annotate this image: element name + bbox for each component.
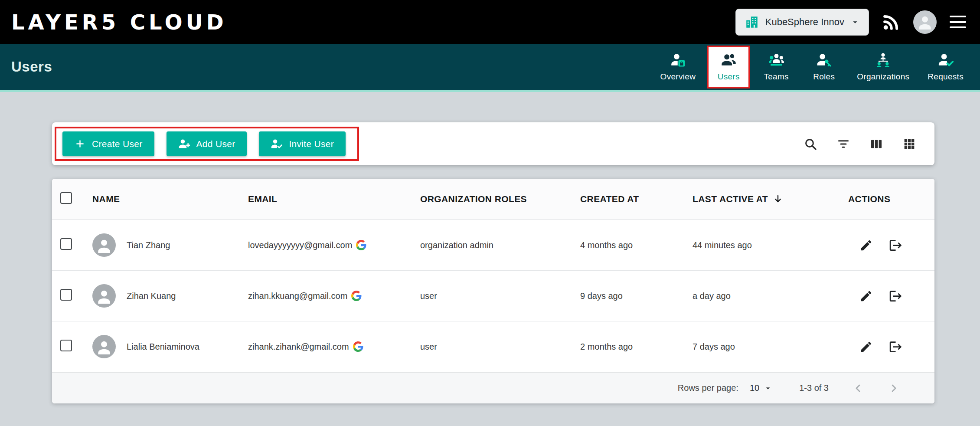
toolbar: Create User Add User Invite User [52,122,934,165]
menu-icon [950,16,966,18]
row-checkbox[interactable] [60,289,72,301]
google-icon [351,291,362,301]
add-user-button[interactable]: Add User [167,131,247,156]
building-icon [745,15,759,29]
filter-icon [836,137,850,151]
table-footer: Rows per page: 10 1-3 of 3 [52,372,934,403]
caret-down-icon [850,17,860,27]
row-avatar [92,335,116,358]
user-created-at: 4 months ago [580,240,693,250]
column-header-email[interactable]: EMAIL [248,194,420,204]
remove-user-button[interactable] [889,340,903,354]
page-title: Users [11,59,52,75]
edit-user-button[interactable] [859,289,873,303]
table-row: Tian Zhang lovedayyyyyyy@gmail.com organ… [52,220,934,271]
user-org-roles: user [420,291,580,301]
avatar-person-icon [95,339,113,357]
column-header-name[interactable]: NAME [92,194,248,204]
rss-icon [882,13,900,31]
avatar-person-icon [916,14,934,32]
user-email: lovedayyyyyyy@gmail.com [248,240,352,250]
rss-feed-button[interactable] [882,13,900,31]
user-name: Tian Zhang [127,240,170,250]
columns-button[interactable] [869,137,883,151]
logout-icon [889,289,903,303]
remove-user-button[interactable] [889,238,903,252]
tab-organizations[interactable]: Organizations [850,44,916,90]
logout-icon [889,238,903,252]
column-header-created-at[interactable]: CREATED AT [580,194,693,204]
person-plus-icon [178,138,190,150]
user-name: Zihan Kuang [127,291,176,301]
user-last-active-at: 7 days ago [693,342,848,352]
avatar-person-icon [95,238,113,255]
rows-per-page-select[interactable]: 10 [750,383,772,393]
next-page-button[interactable] [888,382,900,394]
rows-per-page-label: Rows per page: [678,383,738,393]
user-org-roles: organization admin [420,240,580,250]
org-selector[interactable]: KubeSphere Innov [735,9,869,36]
avatar-person-icon [95,288,113,306]
users-people-icon [721,52,737,68]
user-created-at: 2 months ago [580,342,693,352]
column-header-last-active-at[interactable]: LAST ACTIVE AT [693,193,848,205]
users-table: NAME EMAIL ORGANIZATION ROLES CREATED AT… [52,179,934,403]
chevron-right-icon [888,382,900,394]
column-header-organization-roles[interactable]: ORGANIZATION ROLES [420,194,580,204]
filter-button[interactable] [836,137,850,151]
google-icon [356,240,366,250]
caret-down-icon [764,384,772,393]
teams-people-icon [768,52,784,68]
table-row: Lialia Beniaminova zihank.zihank@gmail.c… [52,321,934,372]
table-tools [804,137,916,151]
chevron-left-icon [852,382,864,394]
grid-view-button[interactable] [902,137,916,151]
top-header: LAYER5 CLOUD KubeSphere Innov [0,0,980,44]
user-name: Lialia Beniaminova [127,342,199,352]
overview-person-badge-icon [670,52,686,68]
user-email: zihan.kkuang@gmail.com [248,291,347,301]
organizations-tree-icon [875,52,891,68]
row-checkbox[interactable] [60,340,72,351]
edit-pencil-icon [859,340,873,354]
roles-person-key-icon [816,52,832,68]
column-header-actions: ACTIONS [848,194,934,204]
edit-user-button[interactable] [859,340,873,354]
nav-bar: Users Overview Users Teams Roles Organiz… [0,44,980,92]
select-all-checkbox[interactable] [60,192,72,204]
header-actions: KubeSphere Innov [735,9,966,36]
row-avatar [92,233,116,257]
tab-requests[interactable]: Requests [921,44,970,90]
invite-user-button[interactable]: Invite User [259,131,346,156]
org-selector-value: KubeSphere Innov [765,16,844,28]
main-content: Create User Add User Invite User [0,92,980,403]
edit-pencil-icon [859,289,873,303]
grid-icon [902,137,916,151]
edit-pencil-icon [859,239,873,252]
google-icon [353,341,363,352]
table-row: Zihan Kuang zihan.kkuang@gmail.com user … [52,271,934,321]
edit-user-button[interactable] [859,239,873,252]
previous-page-button[interactable] [852,382,864,394]
plus-icon [74,138,86,150]
user-email: zihank.zihank@gmail.com [248,342,349,352]
pagination-range: 1-3 of 3 [799,383,829,393]
user-action-buttons: Create User Add User Invite User [62,131,346,156]
user-last-active-at: 44 minutes ago [693,240,848,250]
nav-tabs: Overview Users Teams Roles Organizations… [653,44,970,90]
row-avatar [92,284,116,308]
search-button[interactable] [804,137,817,151]
tab-teams[interactable]: Teams [755,44,798,90]
tab-roles[interactable]: Roles [802,44,846,90]
row-checkbox[interactable] [60,238,72,250]
remove-user-button[interactable] [889,289,903,303]
create-user-button[interactable]: Create User [62,131,154,156]
tab-overview[interactable]: Overview [653,44,703,90]
user-avatar-button[interactable] [913,10,937,34]
layer5-cloud-logo[interactable]: LAYER5 CLOUD [11,10,227,34]
menu-button[interactable] [950,16,966,29]
user-last-active-at: a day ago [693,291,848,301]
tab-users[interactable]: Users [707,46,750,88]
person-check-icon [271,138,283,150]
logout-icon [889,340,903,354]
